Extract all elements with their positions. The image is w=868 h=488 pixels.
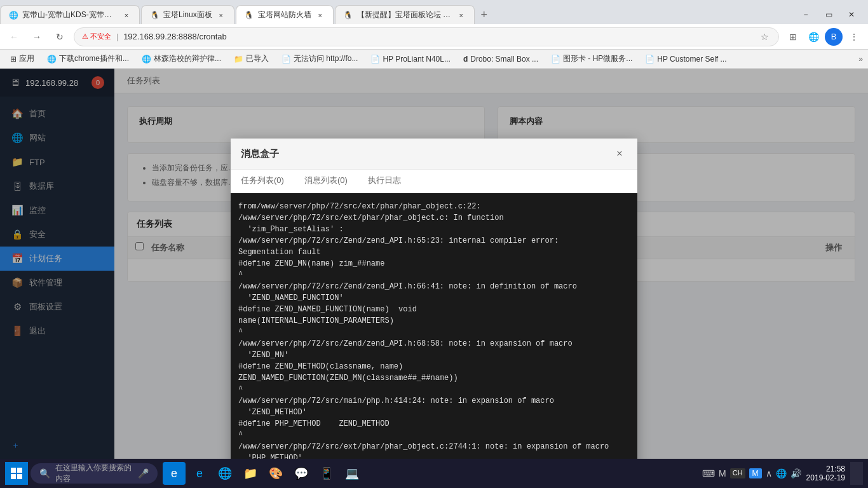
maximize-button[interactable]: ▭ xyxy=(817,5,840,24)
taskbar: 🔍 在这里输入你要搜索的内容 🎤 e e 🌐 📁 🎨 💬 xyxy=(0,459,868,488)
taskbar-search-placeholder: 在这里输入你要搜索的内容 xyxy=(55,463,133,484)
svg-rect-1 xyxy=(17,468,22,473)
tab-close-4[interactable]: × xyxy=(456,10,466,20)
svg-rect-3 xyxy=(17,474,22,479)
modal-title: 消息盒子 xyxy=(241,148,279,160)
taskbar-app5[interactable]: 🎨 xyxy=(264,462,287,485)
taskbar-search-bar[interactable]: 🔍 在这里输入你要搜索的内容 🎤 xyxy=(31,463,158,484)
app6-icon: 💬 xyxy=(294,466,308,480)
browser-tab-2[interactable]: 🐧 宝塔Linux面板 × xyxy=(141,5,234,24)
modal-tab-msg-list[interactable]: 消息列表(0) xyxy=(294,170,358,193)
tab-favicon-1: 🌐 xyxy=(8,10,18,20)
keyboard-layout: CH xyxy=(730,468,745,478)
bookmark-4[interactable]: 📄 无法访问 http://fo... xyxy=(276,52,363,65)
star-icon[interactable]: ☆ xyxy=(758,30,771,43)
url-text: 192.168.99.28:8888/crontab xyxy=(123,32,753,41)
bookmark-2[interactable]: 🌐 林森浩校的辩护律... xyxy=(137,52,226,65)
bookmark-7[interactable]: 📄 图形卡 - HP微服务... xyxy=(546,52,637,65)
bookmark-5[interactable]: 📄 HP ProLiant N40L... xyxy=(365,53,456,65)
bookmark-favicon: 📄 xyxy=(370,55,380,64)
forward-button[interactable]: → xyxy=(28,28,46,46)
modal-close-button[interactable]: × xyxy=(612,146,627,161)
bookmark-label: 林森浩校的辩护律... xyxy=(154,53,221,64)
settings-button[interactable]: ⋮ xyxy=(845,28,863,46)
bookmark-label: 已导入 xyxy=(246,53,269,64)
profile-button[interactable]: B xyxy=(825,28,843,46)
apps-icon: ⊞ xyxy=(10,55,17,64)
taskbar-app6[interactable]: 💬 xyxy=(290,462,313,485)
back-button[interactable]: ← xyxy=(5,28,23,46)
taskbar-edge[interactable]: e xyxy=(163,462,186,485)
address-bar: ← → ↻ ⚠ 不安全 | 192.168.99.28:8888/crontab… xyxy=(0,24,868,50)
modal-overlay: 消息盒子 × 任务列表(0) 消息列表(0) 执行日志 from/www/ser… xyxy=(0,69,868,459)
show-desktop-button[interactable] xyxy=(850,462,863,485)
refresh-button[interactable]: ↻ xyxy=(51,28,69,46)
start-button[interactable] xyxy=(5,462,28,485)
bookmark-favicon: d xyxy=(463,55,468,64)
user-icon[interactable]: 🌐 xyxy=(804,28,822,46)
bookmark-6[interactable]: d Drobo: Small Box ... xyxy=(458,53,543,65)
edge-icon: e xyxy=(171,467,177,480)
modal-header: 消息盒子 × xyxy=(231,139,637,170)
tab-title-2: 宝塔Linux面板 xyxy=(163,10,212,20)
svg-rect-2 xyxy=(11,474,16,479)
minimize-button[interactable]: − xyxy=(794,5,817,24)
bookmark-label: 应用 xyxy=(19,53,34,64)
bookmark-favicon: 📄 xyxy=(551,55,560,64)
svg-rect-0 xyxy=(11,468,16,473)
date-display: 2019-02-19 xyxy=(806,473,845,482)
bookmark-apps[interactable]: ⊞ 应用 xyxy=(5,52,39,65)
tray-network: 🌐 xyxy=(776,468,787,478)
bookmark-label: HP ProLiant N40L... xyxy=(383,55,451,64)
taskbar-app7[interactable]: 📱 xyxy=(315,462,338,485)
browser-content: 🖥 192.168.99.28 0 🏠 首页 🌐 网站 📁 F xyxy=(0,69,868,459)
taskbar-ie[interactable]: e xyxy=(188,462,211,485)
modal: 消息盒子 × 任务列表(0) 消息列表(0) 执行日志 from/www/ser… xyxy=(231,139,637,459)
tray-icon-up[interactable]: ∧ xyxy=(766,468,772,478)
bookmark-favicon: 📄 xyxy=(645,55,654,64)
tray-icons: ⌨ M CH M ∧ 🌐 🔊 xyxy=(702,468,801,478)
bookmark-favicon: 🌐 xyxy=(142,55,151,64)
tab-favicon-3: 🐧 xyxy=(244,10,254,20)
url-bar[interactable]: ⚠ 不安全 | 192.168.99.28:8888/crontab ☆ xyxy=(74,27,779,46)
taskbar-time[interactable]: 21:58 2019-02-19 xyxy=(806,464,845,482)
tab-close-3[interactable]: × xyxy=(315,10,325,20)
app5-icon: 🎨 xyxy=(269,466,283,480)
bookmark-label: HP Customer Self ... xyxy=(657,55,726,64)
bookmarks-more[interactable]: » xyxy=(858,55,863,64)
tab-close-1[interactable]: × xyxy=(121,10,132,20)
browser-tab-3[interactable]: 🐧 宝塔网站防火墙 × xyxy=(236,5,334,24)
browser-tab-1[interactable]: 🌐 宽带山-宽带山KDS-宽带山社区-... × xyxy=(0,5,140,24)
bookmark-1[interactable]: 🌐 下载chrome插件和... xyxy=(42,52,134,65)
bookmark-favicon: 📁 xyxy=(234,55,243,64)
tab-favicon-4: 🐧 xyxy=(343,10,353,20)
security-indicator: ⚠ 不安全 xyxy=(82,32,111,41)
tab-title-1: 宽带山-宽带山KDS-宽带山社区-... xyxy=(22,10,118,20)
tab-close-2[interactable]: × xyxy=(216,10,226,20)
browser-tab-4[interactable]: 🐧 【新提醒】宝塔面板论坛 — 做... × xyxy=(335,5,475,24)
taskbar-chrome[interactable]: 🌐 xyxy=(214,462,236,485)
close-button[interactable]: ✕ xyxy=(840,5,863,24)
toolbar-icons: ⊞ 🌐 B ⋮ xyxy=(784,28,863,46)
explorer-icon: 📁 xyxy=(243,466,257,480)
chrome-icon: 🌐 xyxy=(218,466,232,480)
warning-icon: ⚠ xyxy=(82,32,88,41)
bookmark-favicon: 🌐 xyxy=(47,55,57,64)
taskbar-tray: ⌨ M CH M ∧ 🌐 🔊 21:58 2019-02-19 xyxy=(702,462,863,485)
extension-button[interactable]: ⊞ xyxy=(784,28,802,46)
taskbar-apps: e e 🌐 📁 🎨 💬 📱 💻 xyxy=(163,462,363,485)
bookmark-label: 下载chrome插件和... xyxy=(59,53,129,64)
console-output[interactable]: from/www/server/php/72/src/ext/phar/phar… xyxy=(231,193,637,459)
bookmark-favicon: 📄 xyxy=(281,55,291,64)
taskbar-app8[interactable]: 💻 xyxy=(341,462,363,485)
modal-tab-task-list[interactable]: 任务列表(0) xyxy=(231,170,294,193)
new-tab-button[interactable]: + xyxy=(475,5,494,24)
close-icon: × xyxy=(616,148,622,159)
modal-tab-exec-log[interactable]: 执行日志 xyxy=(358,170,411,193)
ie-icon: e xyxy=(196,467,203,480)
bookmark-label: Drobo: Small Box ... xyxy=(470,55,538,64)
tray-volume: 🔊 xyxy=(790,468,801,478)
bookmark-8[interactable]: 📄 HP Customer Self ... xyxy=(640,53,731,65)
taskbar-explorer[interactable]: 📁 xyxy=(239,462,262,485)
bookmark-3[interactable]: 📁 已导入 xyxy=(229,52,274,65)
